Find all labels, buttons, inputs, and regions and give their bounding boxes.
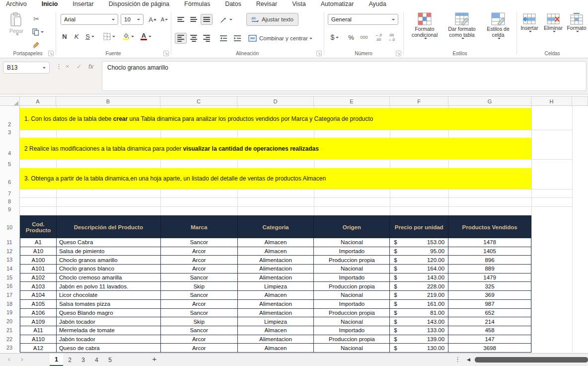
percent-format-button[interactable]: % — [346, 32, 357, 43]
table-column-header[interactable]: Categoria — [238, 216, 314, 238]
decrease-decimal-button[interactable]: .00 →.0 — [385, 31, 397, 44]
row-header-17[interactable]: 17 — [0, 291, 19, 299]
cell-productos-vendidos[interactable]: 1479 — [448, 274, 531, 282]
cell-descripcion[interactable]: Queso Blando magro — [57, 309, 161, 317]
cell-marca[interactable]: Sancor — [161, 309, 238, 317]
cell-descripcion[interactable]: Jabón tocador — [57, 335, 161, 344]
cell-categoria[interactable]: Almacen — [238, 326, 314, 335]
cell-origen[interactable]: Importado — [314, 300, 390, 308]
align-right-icon[interactable] — [201, 33, 213, 44]
cell-cod-producto[interactable]: A106 — [20, 309, 57, 317]
grow-font-button[interactable]: A — [147, 14, 158, 25]
cell-precio[interactable]: $139.00 — [390, 335, 448, 344]
cell-cod-producto[interactable]: A10 — [20, 247, 57, 256]
cell-cod-producto[interactable]: A110 — [20, 335, 57, 344]
table-column-header[interactable]: Cod. Producto — [20, 216, 57, 238]
cell-categoria[interactable]: Alimentacion — [238, 300, 314, 308]
cell-descripcion[interactable]: Queso de cabra — [57, 344, 161, 352]
cell-origen[interactable]: Nacional — [314, 265, 390, 273]
cell-categoria[interactable]: Almacen — [238, 344, 314, 352]
cell-precio[interactable]: $153.00 — [390, 238, 448, 247]
table-column-header[interactable]: Descripción del Producto — [57, 216, 161, 238]
ribbon-tab-ayuda[interactable]: Ayuda — [368, 0, 387, 9]
row-header-23[interactable]: 23 — [0, 344, 19, 352]
column-header-B[interactable]: B — [56, 96, 160, 106]
cell-precio[interactable]: $120.00 — [390, 256, 448, 264]
column-header-F[interactable]: F — [390, 96, 448, 106]
wrap-text-button[interactable]: ab Ajustar texto — [246, 13, 298, 26]
cell-categoria[interactable]: Almacen — [238, 238, 314, 247]
align-left-icon[interactable] — [175, 33, 187, 44]
cell-cod-producto[interactable]: A103 — [20, 282, 57, 290]
cell-origen[interactable]: Produccion propia — [314, 309, 390, 317]
cell-marca[interactable]: Sancor — [161, 274, 238, 282]
align-bottom-icon[interactable] — [201, 14, 213, 25]
cell-marca[interactable]: Sancor — [161, 238, 238, 247]
cell-cod-producto[interactable]: A1 — [20, 238, 57, 247]
cell-precio[interactable]: $161.00 — [390, 300, 448, 308]
cell-marca[interactable]: Arcor — [161, 256, 238, 264]
ribbon-tab-automatizar[interactable]: Automatizar — [320, 0, 355, 9]
cell-categoria[interactable]: Limpieza — [238, 282, 314, 290]
shrink-font-button[interactable]: A — [159, 14, 170, 25]
select-all-corner[interactable] — [0, 96, 20, 106]
cell-productos-vendidos[interactable]: 1478 — [448, 238, 531, 247]
cancel-icon[interactable]: × — [66, 63, 70, 70]
cell-precio[interactable]: $143.00 — [390, 274, 448, 282]
cell-precio[interactable]: $219.00 — [390, 291, 448, 299]
ribbon-tab-revisar[interactable]: Revisar — [255, 0, 278, 9]
cell-precio[interactable]: $95.00 — [390, 247, 448, 256]
dialog-launcher-icon[interactable]: ↘ — [48, 51, 54, 56]
italic-button[interactable]: K — [72, 31, 81, 42]
column-header-A[interactable]: A — [20, 96, 56, 106]
cell-categoria[interactable]: Alimentacion — [238, 335, 314, 344]
table-column-header[interactable]: Marca — [161, 216, 238, 238]
ribbon-tab-insertar[interactable]: Insertar — [72, 0, 94, 9]
sheet-tab-5[interactable]: 5 — [103, 354, 117, 366]
ribbon-tab-archivo[interactable]: Archivo — [5, 0, 28, 9]
cell-marca[interactable]: Skip — [161, 282, 238, 290]
cell-productos-vendidos[interactable]: 652 — [448, 309, 531, 317]
cell-styles-button[interactable]: Estilos de celda — [482, 12, 514, 39]
cell-productos-vendidos[interactable]: 987 — [448, 300, 531, 308]
formula-input[interactable]: Choclo granos amarillo — [102, 61, 587, 91]
column-header-G[interactable]: G — [448, 96, 531, 106]
cell-cod-producto[interactable]: A105 — [20, 300, 57, 308]
instruction-banner-3[interactable]: 3. Obtenga a partir de la tabla dinamica… — [20, 168, 531, 189]
cell-productos-vendidos[interactable]: 889 — [448, 265, 531, 273]
column-header-H[interactable]: H — [531, 96, 572, 106]
cell-descripcion[interactable]: Licor chocolate — [57, 291, 161, 299]
ribbon-tab-disposición-de-página[interactable]: Disposición de página — [108, 0, 170, 9]
ribbon-tab-vista[interactable]: Vista — [291, 0, 307, 9]
cell-descripcion[interactable]: Jabón en polvo 11 lavados. — [57, 282, 161, 290]
conditional-formatting-button[interactable]: Formato condicional — [407, 12, 442, 39]
cell-categoria[interactable]: Alimentacion — [238, 265, 314, 273]
cell-productos-vendidos[interactable]: 1405 — [448, 247, 531, 256]
row-header-19[interactable]: 19 — [0, 308, 19, 316]
column-header-C[interactable]: C — [160, 96, 237, 106]
cell-marca[interactable]: Skip — [161, 317, 238, 326]
row-header-5[interactable]: 5 — [0, 160, 19, 168]
format-painter-button[interactable] — [31, 40, 42, 50]
cell-origen[interactable]: Produccion propia — [314, 282, 390, 290]
fx-icon[interactable]: fx — [88, 63, 93, 70]
cell-categoria[interactable]: Almacen — [238, 247, 314, 256]
row-header-7[interactable]: 7 — [0, 189, 19, 197]
sheet-tab-4[interactable]: 4 — [90, 354, 103, 366]
cell-productos-vendidos[interactable]: 325 — [448, 282, 531, 290]
row-header-15[interactable]: 15 — [0, 274, 19, 281]
format-cells-button[interactable]: Formato — [566, 13, 588, 32]
cell-cod-producto[interactable]: A12 — [20, 344, 57, 352]
prev-sheet-icon[interactable]: ‹ — [8, 355, 10, 363]
row-header-22[interactable]: 22 — [0, 335, 19, 343]
cell-precio[interactable]: $143.00 — [390, 317, 448, 326]
ribbon-tab-fórmulas[interactable]: Fórmulas — [183, 0, 211, 9]
format-as-table-button[interactable]: Dar formato como tabla — [444, 12, 480, 39]
font-color-button[interactable]: A — [138, 31, 154, 42]
cell-marca[interactable]: Arcor — [161, 265, 238, 273]
cell-origen[interactable]: Produccion propia — [314, 335, 390, 344]
column-header-E[interactable]: E — [314, 96, 390, 106]
font-size-select[interactable]: 10 — [121, 14, 144, 25]
cell-origen[interactable]: Nacional — [314, 238, 390, 247]
align-center-icon[interactable] — [188, 33, 200, 44]
